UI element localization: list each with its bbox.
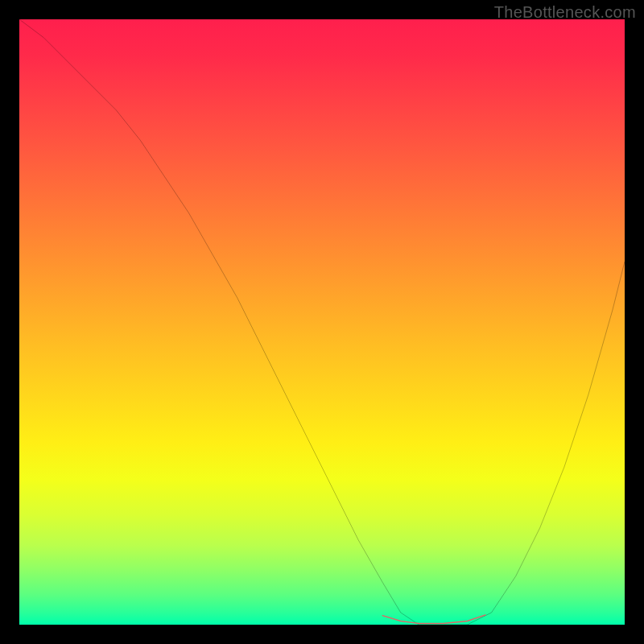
chart-frame: TheBottleneck.com bbox=[0, 0, 644, 644]
curve-layer bbox=[19, 19, 625, 625]
trough-marker bbox=[382, 615, 485, 624]
plot-area bbox=[19, 19, 625, 625]
bottleneck-curve bbox=[19, 19, 625, 625]
watermark-text: TheBottleneck.com bbox=[494, 3, 636, 22]
